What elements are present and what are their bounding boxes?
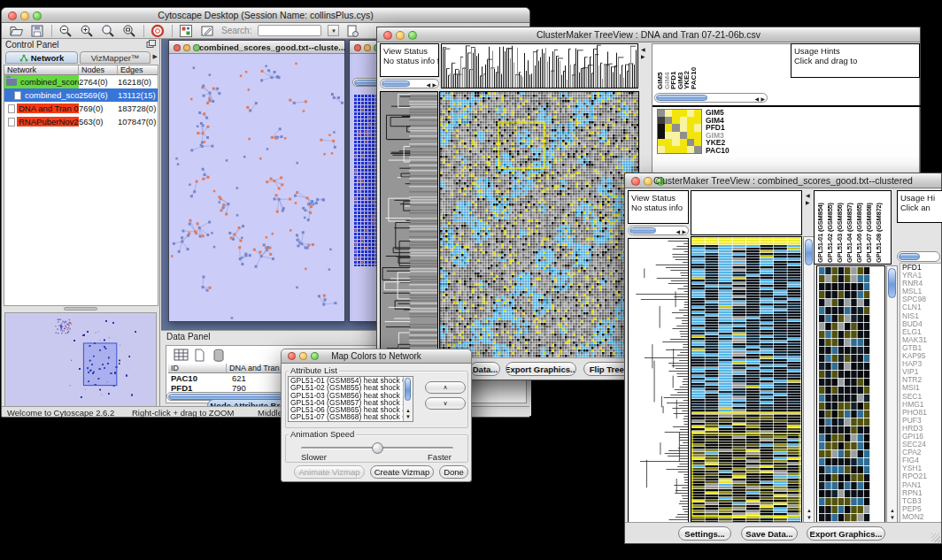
resize-grip[interactable] <box>931 533 940 542</box>
column-label[interactable]: PFD1 <box>669 46 676 89</box>
export-graphics-button[interactable]: Export Graphics... <box>506 362 576 376</box>
scrollbar-thumb[interactable] <box>656 95 707 101</box>
scrollbar-thumb[interactable] <box>805 239 813 265</box>
dialog-titlebar[interactable]: Map Colors to Network <box>282 349 471 364</box>
animation-speed-slider[interactable] <box>301 447 453 449</box>
column-dendrogram-canvas[interactable] <box>442 44 637 88</box>
tv2-genes-scrollbar[interactable] <box>897 251 940 262</box>
treeview1-titlebar[interactable]: ClusterMaker TreeView : DNA and Tran 07-… <box>377 27 920 42</box>
zoom-selected-icon[interactable] <box>101 24 116 38</box>
scrollbar-thumb[interactable] <box>888 268 896 298</box>
tv2-column-dendrogram-box[interactable] <box>691 190 802 235</box>
column-header-edges[interactable]: Edges <box>118 65 158 75</box>
scroll-right-icon[interactable]: ▶ <box>761 96 765 102</box>
scroll-down-icon[interactable]: ▼ <box>890 515 895 520</box>
zoom-fit-icon[interactable] <box>122 24 137 38</box>
row-dendrogram-canvas[interactable] <box>381 92 437 358</box>
zoom-in-icon[interactable] <box>80 24 95 38</box>
scrollbar-thumb[interactable] <box>382 81 410 87</box>
close-icon[interactable] <box>354 44 361 51</box>
similarity-matrix[interactable] <box>657 109 702 154</box>
tv1-zoom-scrollbar[interactable]: ◀ ▶ <box>654 93 768 103</box>
tab-overflow-arrow[interactable]: ▶ <box>153 53 158 60</box>
overview-divider-handle[interactable] <box>64 307 97 311</box>
column-label[interactable]: GPL51-02 (GSM855) <box>826 192 836 263</box>
tv2-zoom-vscrollbar[interactable]: ▲ ▼ <box>886 265 898 523</box>
save-data-button[interactable]: Data... <box>470 362 500 376</box>
scrollbar-thumb[interactable] <box>629 227 656 234</box>
tv2-status-scrollbar[interactable]: ◀ ▶ <box>628 226 689 235</box>
new-attribute-icon[interactable] <box>194 349 209 362</box>
network-row[interactable]: combined_sco 2569(6) 13112(15) <box>4 88 158 102</box>
row-dendrogram-canvas[interactable] <box>629 239 688 522</box>
column-label[interactable]: GIM5 <box>656 46 663 89</box>
scroll-right-icon[interactable]: ▶ <box>682 229 686 234</box>
open-folder-icon[interactable] <box>9 24 24 38</box>
splitter-left-icon[interactable]: ◀ <box>806 193 810 198</box>
column-label[interactable]: PAC10 <box>690 46 697 89</box>
create-vizmap-button[interactable]: Create Vizmap <box>370 465 434 479</box>
search-dropdown-arrow[interactable]: ▼ <box>328 25 339 36</box>
scroll-up-icon[interactable]: ▲ <box>807 508 812 513</box>
column-label[interactable]: GPL51-08 (GSM872) <box>875 192 884 263</box>
network-row[interactable]: RNAPuberNov2+ 563(0) 107847(0) <box>4 115 158 128</box>
save-icon[interactable] <box>30 24 45 38</box>
tab-vizmapper[interactable]: VizMapper™ <box>80 51 151 64</box>
row-label[interactable]: PAC10 <box>706 147 730 155</box>
zoom-out-icon[interactable] <box>58 24 73 38</box>
tab-network[interactable]: Network <box>5 51 78 64</box>
delete-attribute-icon[interactable] <box>212 349 228 362</box>
slider-thumb[interactable] <box>372 442 383 454</box>
filter-settings-icon[interactable] <box>345 24 360 38</box>
scroll-down-icon[interactable]: ▼ <box>405 414 411 419</box>
vizmapper-icon[interactable] <box>179 24 194 38</box>
scroll-up-icon[interactable]: ▲ <box>890 508 895 513</box>
network-view-frame[interactable]: combined_scores_good.txt--cluste... <box>168 40 345 322</box>
minimize-icon[interactable] <box>183 44 190 51</box>
tv2-zoom-canvas[interactable] <box>819 267 870 523</box>
main-titlebar[interactable]: Cytoscape Desktop (Session Name: collins… <box>2 8 529 23</box>
splitter-right-icon[interactable]: ▶ <box>806 200 810 205</box>
move-down-button[interactable]: ∨ <box>425 397 466 410</box>
save-data-button[interactable]: Save Data... <box>741 526 798 541</box>
attribute-list-vscrollbar[interactable]: ▲ ▼ <box>403 377 413 421</box>
help-lifering-icon[interactable] <box>151 24 166 38</box>
column-label[interactable]: GPL51-04 (GSM857) <box>845 192 855 263</box>
settings-button[interactable]: Settings... <box>678 526 731 541</box>
column-header-nodes[interactable]: Nodes <box>79 65 118 75</box>
export-graphics-button[interactable]: Export Graphics... <box>807 526 885 541</box>
close-icon[interactable] <box>174 44 181 51</box>
tv2-heatmap-canvas[interactable] <box>691 237 801 522</box>
attribute-item[interactable]: GPL51-07 (GSM868) heat shock 60 min <box>289 413 413 420</box>
column-label[interactable]: GPL51-03 (GSM856) <box>836 192 845 263</box>
attribute-table-icon[interactable] <box>174 349 189 362</box>
column-header-network[interactable]: Network <box>4 65 79 75</box>
dense-network-canvas[interactable] <box>354 95 378 266</box>
scrollbar-thumb[interactable] <box>405 378 411 401</box>
column-label[interactable]: GPL51-07 (GSM868) <box>865 192 875 263</box>
minimize-icon[interactable] <box>364 44 371 51</box>
scroll-up-icon[interactable]: ▲ <box>405 408 411 413</box>
network-overview-canvas[interactable] <box>5 313 156 407</box>
treeview2-titlebar[interactable]: ClusterMaker TreeView : combined_scores_… <box>625 173 941 188</box>
column-label[interactable]: YKE2 <box>683 46 690 89</box>
splitter-right-icon[interactable]: ▶ <box>641 54 645 59</box>
splitter-left-icon[interactable]: ◀ <box>641 47 645 52</box>
scroll-down-icon[interactable]: ▼ <box>807 515 812 520</box>
scroll-left-icon[interactable]: ◀ <box>676 229 680 234</box>
id-column-header[interactable]: ID <box>168 364 227 373</box>
network-row[interactable]: combined_scores 2764(0) 16218(0) <box>4 75 158 88</box>
annotation-icon[interactable] <box>200 24 215 38</box>
done-button[interactable]: Done <box>439 465 468 479</box>
gene-label[interactable]: MON2 <box>902 513 941 521</box>
network-row[interactable]: DNA and Tran 07 769(0) 183728(0) <box>4 102 158 115</box>
scroll-left-icon[interactable]: ◀ <box>426 82 430 88</box>
network-view-canvas[interactable] <box>169 54 344 321</box>
scroll-left-icon[interactable]: ◀ <box>754 96 759 102</box>
column-label[interactable]: GPL51-01 (GSM854) <box>816 192 826 263</box>
tv2-global-vscrollbar[interactable]: ▲ ▼ <box>803 236 815 523</box>
float-panel-icon[interactable] <box>146 40 156 49</box>
scrollbar-thumb[interactable] <box>899 253 920 260</box>
move-up-button[interactable]: ∧ <box>425 381 466 394</box>
network-frame-titlebar[interactable]: combined_scores_good.txt--cluste... <box>169 41 344 54</box>
